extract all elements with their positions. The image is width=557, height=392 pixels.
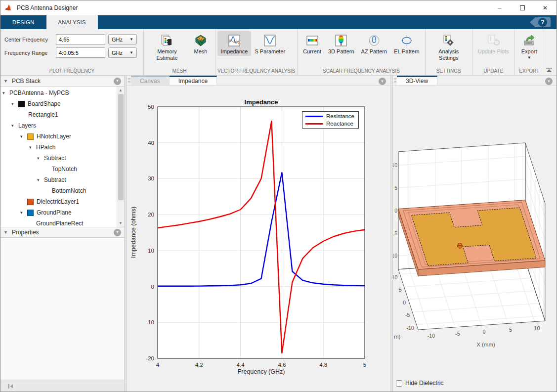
tree-item[interactable]: ▾Layers (0, 120, 117, 131)
tab-design[interactable]: DESIGN (0, 15, 46, 29)
export-button[interactable]: Export ▼ (517, 31, 542, 61)
section-label: MESH (146, 67, 213, 75)
frequency-range-unit-dropdown[interactable]: GHz ▼ (108, 47, 137, 58)
center-frequency-input[interactable] (56, 34, 105, 44)
expander-icon[interactable]: ▾ (37, 156, 44, 161)
collapse-ribbon-button[interactable] (546, 67, 553, 73)
pattern-3d-button[interactable]: 3D Pattern (325, 31, 358, 56)
analysis-settings-button[interactable]: Analysis Settings (428, 31, 470, 62)
maximize-button[interactable] (511, 0, 534, 15)
ribbon-tab-strip: DESIGN ANALYSIS ? (0, 15, 557, 29)
collapse-left-panel-icon[interactable] (7, 383, 14, 390)
expander-icon[interactable]: ▾ (37, 177, 44, 182)
expander-icon[interactable]: ▾ (11, 123, 18, 128)
tab-impedance[interactable]: Impedance (170, 76, 217, 85)
title-bar: PCB Antenna Designer – ✕ (0, 0, 557, 15)
section-label: SCALAR FREQUENCY ANALYSIS (300, 67, 423, 75)
scroll-up-icon[interactable]: ▲ (117, 87, 124, 94)
view3d-tabbar: 3D-View ▼ (393, 76, 557, 86)
panel-menu-button[interactable]: ▼ (114, 229, 121, 236)
s-parameter-button[interactable]: S Parameter (251, 31, 289, 56)
app-window: PCB Antenna Designer – ✕ DESIGN ANALYSIS… (0, 0, 557, 392)
memory-estimate-icon (160, 34, 174, 47)
pcb-stack-header[interactable]: ▼ PCB Stack ▼ (0, 76, 124, 87)
plot-panel: Canvas Impedance ▼ 44.24.44.64.85-20-100… (127, 76, 390, 392)
tab-analysis[interactable]: ANALYSIS (46, 15, 98, 29)
chevron-down-icon: ▼ (116, 230, 120, 234)
tree-item[interactable]: ▾PCBAntenna - MyPCB (0, 87, 117, 98)
button-label: Current (303, 48, 321, 55)
tree-item[interactable]: DielectricLayer1 (0, 196, 117, 207)
close-button[interactable]: ✕ (534, 0, 557, 15)
section-update: Update Plots UPDATE (472, 29, 515, 75)
pcb-3d-view: 1050-5-101050-5-10-10-50510X (mm)m) (393, 86, 557, 391)
expander-icon[interactable]: ▾ (20, 134, 27, 139)
drag-grip-icon[interactable] (127, 76, 131, 85)
current-button[interactable]: Current (300, 31, 325, 56)
mesh-button[interactable]: Mesh (188, 31, 213, 56)
az-pattern-button[interactable]: AZ Pattern (358, 31, 391, 56)
tree-item[interactable]: ▾GroundPlane (0, 207, 117, 218)
properties-title: Properties (12, 229, 39, 236)
tab-canvas[interactable]: Canvas (131, 76, 170, 85)
properties-header[interactable]: ▼ Properties ▼ (0, 227, 124, 238)
center-frequency-unit-dropdown[interactable]: GHz ▼ (108, 34, 137, 44)
svg-text:40: 40 (148, 140, 154, 146)
tree-item[interactable]: GroundPlaneRect (0, 218, 117, 227)
button-label: Update Plots (478, 48, 509, 55)
tree-item[interactable]: TopNotch (0, 164, 117, 174)
tree-item[interactable]: ▾HPatch (0, 142, 117, 153)
layer-color-icon (27, 210, 34, 216)
button-label: S Parameter (255, 48, 285, 55)
scrollbar-thumb[interactable] (118, 94, 124, 200)
drag-grip-icon[interactable] (393, 76, 397, 85)
expander-icon[interactable]: ▾ (11, 101, 18, 106)
tree-item[interactable]: ▾Subtract (0, 153, 117, 164)
frequency-range-input[interactable] (56, 47, 105, 58)
hide-dielectric-checkbox[interactable] (396, 380, 402, 387)
view3d-figure: 1050-5-101050-5-10-10-50510X (mm)m) Hide… (393, 86, 557, 392)
section-settings: Analysis Settings SETTINGS (426, 29, 472, 75)
tree-item-label: Subtract (44, 176, 66, 183)
minimize-button[interactable]: – (488, 0, 511, 15)
tab-menu-button[interactable]: ▼ (545, 78, 553, 85)
tree-item-label: PCBAntenna - MyPCB (9, 89, 69, 96)
section-label: EXPORT (517, 67, 542, 75)
tree-item-label: HNotchLayer (37, 133, 71, 140)
expander-icon[interactable]: ▾ (20, 210, 27, 215)
legend-item: Resistance (305, 113, 354, 119)
svg-text:5: 5 (363, 362, 366, 368)
tree-item[interactable]: Rectangle1 (0, 109, 117, 120)
button-label: Memory Estimate (149, 48, 185, 61)
tab-menu-button[interactable]: ▼ (379, 78, 386, 85)
panel-menu-button[interactable]: ▼ (114, 78, 121, 85)
button-label: AZ Pattern (361, 48, 387, 55)
svg-text:-10: -10 (393, 253, 397, 259)
impedance-button[interactable]: Impedance (217, 31, 251, 56)
help-icon: ? (538, 18, 547, 27)
svg-text:10: 10 (534, 325, 540, 331)
tree-item[interactable]: ▾BoardShape (0, 98, 117, 109)
el-pattern-icon (400, 34, 414, 47)
section-plot-frequency: Center Frequency GHz ▼ Frequency Range G… (0, 29, 144, 75)
tab-3d-view[interactable]: 3D-View (397, 76, 437, 85)
tree-scrollbar[interactable]: ▲ ▼ (117, 87, 124, 227)
memory-estimate-button[interactable]: Memory Estimate (146, 31, 188, 62)
tree-item[interactable]: ▾Subtract (0, 174, 117, 185)
collapse-panel-icon[interactable]: ▼ (3, 230, 8, 235)
tree-item[interactable]: BottomNotch (0, 185, 117, 196)
help-button[interactable]: ? (530, 17, 551, 27)
tree-item[interactable]: ▾HNotchLayer (0, 131, 117, 142)
collapse-panel-icon[interactable]: ▼ (3, 79, 8, 84)
svg-text:20: 20 (148, 212, 154, 218)
maximize-icon (520, 5, 525, 10)
expander-icon[interactable]: ▾ (29, 145, 36, 150)
expander-icon[interactable]: ▾ (2, 90, 9, 95)
button-label: Impedance (221, 48, 248, 55)
update-plots-button[interactable]: Update Plots (474, 31, 513, 56)
legend-item: Reactance (305, 121, 354, 127)
el-pattern-button[interactable]: EL Pattern (390, 31, 423, 56)
chevron-down-icon: ▼ (129, 37, 133, 42)
left-statusbar (0, 380, 124, 392)
scroll-down-icon[interactable]: ▼ (117, 219, 124, 227)
